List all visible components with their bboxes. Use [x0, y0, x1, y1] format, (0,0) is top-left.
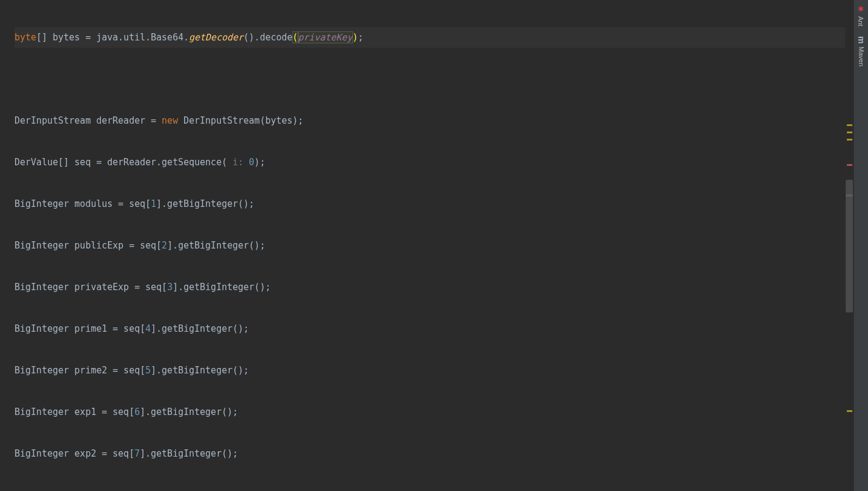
code-line[interactable]: BigInteger modulus = seq[1].getBigIntege… — [14, 194, 845, 215]
code-line[interactable]: BigInteger exp2 = seq[7].getBigInteger()… — [14, 443, 845, 464]
code-line-blank[interactable] — [14, 69, 845, 90]
warning-marker[interactable] — [847, 410, 852, 412]
viewport-highlight-marker — [846, 194, 853, 197]
warning-marker[interactable] — [847, 124, 852, 126]
maven-tool-window-button[interactable]: m Maven — [854, 31, 868, 71]
right-tool-window-bar[interactable]: ✱ Ant m Maven — [854, 0, 868, 491]
maven-icon: m — [857, 36, 866, 43]
code-line[interactable]: BigInteger prime1 = seq[4].getBigInteger… — [14, 318, 845, 340]
ant-label: Ant — [857, 16, 864, 27]
warning-marker[interactable] — [847, 139, 852, 141]
maven-label: Maven — [858, 46, 865, 66]
scrollbar-thumb[interactable] — [846, 180, 853, 312]
ant-tool-window-button[interactable]: ✱ Ant — [854, 0, 867, 31]
code-line[interactable]: BigInteger exp1 = seq[6].getBigInteger()… — [14, 402, 845, 423]
error-marker[interactable] — [847, 164, 852, 166]
code-line[interactable]: BigInteger privateExp = seq[3].getBigInt… — [14, 277, 845, 298]
code-line[interactable]: BigInteger publicExp = seq[2].getBigInte… — [14, 235, 845, 256]
keyword: byte — [14, 32, 36, 43]
code-line[interactable]: byte[] bytes = java.util.Base64.getDecod… — [14, 27, 845, 48]
warning-marker[interactable] — [847, 131, 852, 133]
code-editor[interactable]: byte[] bytes = java.util.Base64.getDecod… — [0, 0, 845, 491]
code-line[interactable]: BigInteger crtCoef = seq[8].getBigIntege… — [14, 485, 845, 492]
marker-stripe[interactable] — [845, 0, 854, 491]
ant-icon: ✱ — [857, 5, 865, 13]
code-line[interactable]: BigInteger prime2 = seq[5].getBigInteger… — [14, 360, 845, 381]
code-line[interactable]: DerInputStream derReader = new DerInputS… — [14, 110, 845, 131]
code-line[interactable]: DerValue[] seq = derReader.getSequence( … — [14, 152, 845, 173]
